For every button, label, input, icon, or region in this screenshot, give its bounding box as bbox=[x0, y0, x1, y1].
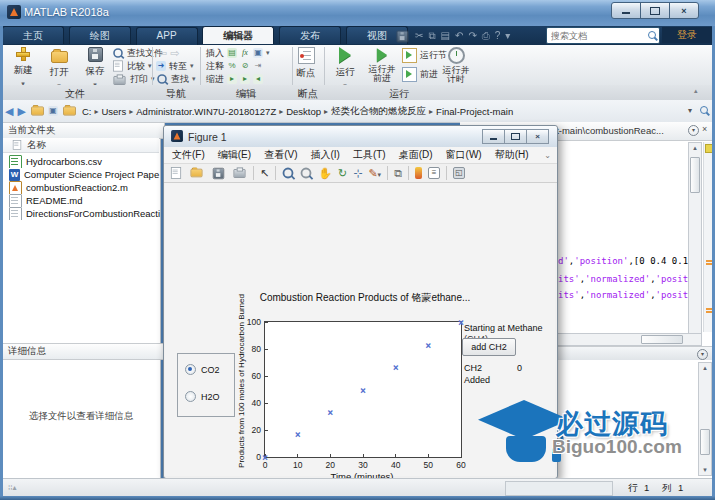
back-forward-icons[interactable]: ⇦⇨ bbox=[158, 47, 179, 59]
code-line[interactable]: its','normalized','positi bbox=[558, 274, 690, 284]
arrow-cursor-icon[interactable]: ↖ bbox=[260, 167, 269, 180]
colorbar-icon[interactable] bbox=[415, 167, 422, 179]
breakpoints-button[interactable]: 断点 ▾ bbox=[290, 47, 322, 85]
open-file-icon[interactable] bbox=[191, 169, 203, 177]
save-figure-icon[interactable] bbox=[213, 167, 224, 178]
tab-publish[interactable]: 发布 bbox=[279, 26, 341, 44]
menu-overflow-icon[interactable]: ⌄ bbox=[544, 151, 551, 160]
radio-h2o[interactable]: H2O bbox=[185, 391, 220, 402]
save-icon[interactable] bbox=[397, 30, 409, 42]
new-figure-icon[interactable] bbox=[171, 167, 181, 179]
search-input[interactable] bbox=[549, 29, 647, 43]
zoom-out-icon[interactable] bbox=[301, 168, 312, 179]
print-icon[interactable]: ⎙ bbox=[482, 31, 490, 41]
breadcrumb-segment[interactable]: Desktop bbox=[286, 106, 321, 117]
copy-icon[interactable]: ⧉ bbox=[428, 31, 435, 41]
tab-close-icon[interactable]: × bbox=[702, 124, 707, 134]
breadcrumb-segment[interactable]: C: bbox=[82, 106, 92, 117]
compare-button[interactable]: 比较 ▾ bbox=[112, 60, 152, 72]
command-vscrollbar[interactable]: ▴ ▾ bbox=[698, 362, 712, 476]
indent-left-icon[interactable]: ◂ bbox=[253, 74, 263, 84]
find-files-button[interactable]: 查找文件 bbox=[112, 47, 163, 59]
print-figure-icon[interactable] bbox=[234, 169, 246, 178]
add-ch2-button[interactable]: add CH2 bbox=[462, 338, 516, 356]
folder-search-icon[interactable] bbox=[700, 106, 708, 114]
tab-plots[interactable]: 绘图 bbox=[69, 26, 131, 44]
comment-icon[interactable]: % bbox=[227, 61, 237, 71]
scroll-thumb[interactable] bbox=[700, 429, 710, 455]
menu-file[interactable]: 文件(F) bbox=[172, 148, 205, 162]
figure-title-bar[interactable]: Figure 1 × bbox=[164, 126, 557, 148]
zoom-in-icon[interactable] bbox=[283, 168, 294, 179]
dock-figure-icon[interactable]: ◱ bbox=[453, 167, 465, 179]
search-icon[interactable] bbox=[648, 31, 656, 39]
indent-row[interactable]: 缩进 ▸ ▸ ◂ bbox=[206, 73, 263, 85]
link-plot-icon[interactable]: ⧉ bbox=[394, 167, 402, 180]
menu-view[interactable]: 查看(V) bbox=[264, 148, 297, 162]
editor-vscrollbar[interactable]: ▴ bbox=[688, 142, 702, 334]
advance-button[interactable]: 前进 bbox=[402, 68, 438, 80]
figure-close-button[interactable]: × bbox=[526, 129, 549, 144]
scroll-thumb[interactable] bbox=[690, 157, 700, 193]
open-button[interactable]: 打开 ▾ bbox=[42, 47, 76, 85]
breadcrumb-segment[interactable]: Users bbox=[101, 106, 126, 117]
breadcrumb-segment[interactable]: Administrator.WIN7U-20180127Z bbox=[136, 106, 276, 117]
run-time-button[interactable]: 运行并 计时 bbox=[438, 47, 474, 85]
run-button[interactable]: 运行 ▾ bbox=[328, 47, 362, 85]
qat-dropdown-icon[interactable]: ▾ bbox=[505, 31, 510, 41]
data-cursor-icon[interactable]: ⊹ bbox=[353, 167, 362, 180]
goto-button[interactable]: ➜ 转至 ▾ bbox=[156, 60, 194, 72]
name-column-header[interactable]: 名称 bbox=[3, 138, 159, 153]
help-icon[interactable]: ? bbox=[495, 31, 501, 41]
smart-indent-icon[interactable]: ▸ bbox=[227, 74, 237, 84]
forward-icon[interactable]: ▶ bbox=[17, 105, 25, 118]
figure-minimize-button[interactable] bbox=[482, 129, 505, 144]
file-row[interactable]: combustionReaction2.m bbox=[3, 181, 165, 194]
tab-apps[interactable]: APP bbox=[136, 27, 198, 45]
browse-folder-icon[interactable]: ▣ bbox=[48, 106, 58, 116]
print-button[interactable]: 打印 ▾ bbox=[112, 73, 155, 85]
insert-row[interactable]: 插入 ▤ fx ▣ ▾ bbox=[206, 47, 270, 59]
close-button[interactable]: × bbox=[669, 2, 699, 19]
menu-help[interactable]: 帮助(H) bbox=[495, 148, 529, 162]
breadcrumb-segment[interactable]: Final-Project-main bbox=[436, 106, 513, 117]
code-line[interactable]: its','normalized','positi bbox=[558, 290, 690, 300]
file-row[interactable]: README.md bbox=[3, 194, 165, 207]
up-folder-icon[interactable] bbox=[31, 107, 44, 116]
uncomment-icon[interactable]: ⊘ bbox=[240, 61, 250, 71]
redo-icon[interactable]: ↷ bbox=[468, 31, 476, 41]
file-row[interactable]: Hydrocarbons.csv bbox=[3, 155, 165, 168]
nav-back-icon[interactable]: ⇦ bbox=[158, 47, 167, 60]
cut-icon[interactable]: ✂ bbox=[415, 31, 423, 41]
panel-menu-icon[interactable]: ▾ bbox=[697, 349, 708, 360]
menu-edit[interactable]: 编辑(E) bbox=[218, 148, 251, 162]
find-button[interactable]: 查找 ▾ bbox=[156, 73, 196, 85]
file-row[interactable]: DirectionsForCombustionReacti bbox=[3, 207, 165, 220]
radio-co2[interactable]: CO2 bbox=[185, 364, 220, 375]
nav-forward-icon[interactable]: ⇨ bbox=[170, 47, 179, 60]
code-line[interactable]: d','position',[0 0.4 0.15 bbox=[558, 256, 690, 266]
breadcrumb-segment[interactable]: 烃类化合物的燃烧反应 bbox=[331, 105, 426, 118]
comment-row[interactable]: 注释 % ⊘ ⇥ bbox=[206, 60, 263, 72]
rotate-3d-icon[interactable]: ↻ bbox=[338, 167, 347, 180]
wrap-comment-icon[interactable]: ⇥ bbox=[253, 61, 263, 71]
current-folder-header[interactable]: 当前文件夹 bbox=[3, 122, 165, 139]
back-icon[interactable]: ◀ bbox=[5, 105, 13, 118]
insert-section-icon[interactable]: ▤ bbox=[227, 48, 237, 58]
pan-hand-icon[interactable]: ✋ bbox=[318, 167, 332, 180]
menu-desktop[interactable]: 桌面(D) bbox=[399, 148, 433, 162]
scroll-down-icon[interactable]: ▾ bbox=[699, 466, 711, 474]
scroll-up-icon[interactable]: ▴ bbox=[699, 364, 711, 372]
menu-tools[interactable]: 工具(T) bbox=[353, 148, 386, 162]
legend-icon[interactable]: ≡ bbox=[428, 167, 440, 179]
details-header[interactable]: 详细信息 bbox=[3, 343, 165, 360]
tab-editor[interactable]: 编辑器 bbox=[202, 26, 274, 44]
scroll-up-icon[interactable]: ▴ bbox=[689, 144, 701, 152]
maximize-button[interactable] bbox=[640, 2, 670, 19]
collapse-ribbon-icon[interactable]: ▴ bbox=[694, 87, 698, 95]
indent-right-icon[interactable]: ▸ bbox=[240, 74, 250, 84]
brush-icon[interactable]: ✎▾ bbox=[368, 167, 381, 180]
tab-home[interactable]: 主页 bbox=[2, 26, 64, 44]
paste-icon[interactable]: ▤ bbox=[441, 31, 450, 41]
minimize-button[interactable] bbox=[611, 2, 641, 19]
